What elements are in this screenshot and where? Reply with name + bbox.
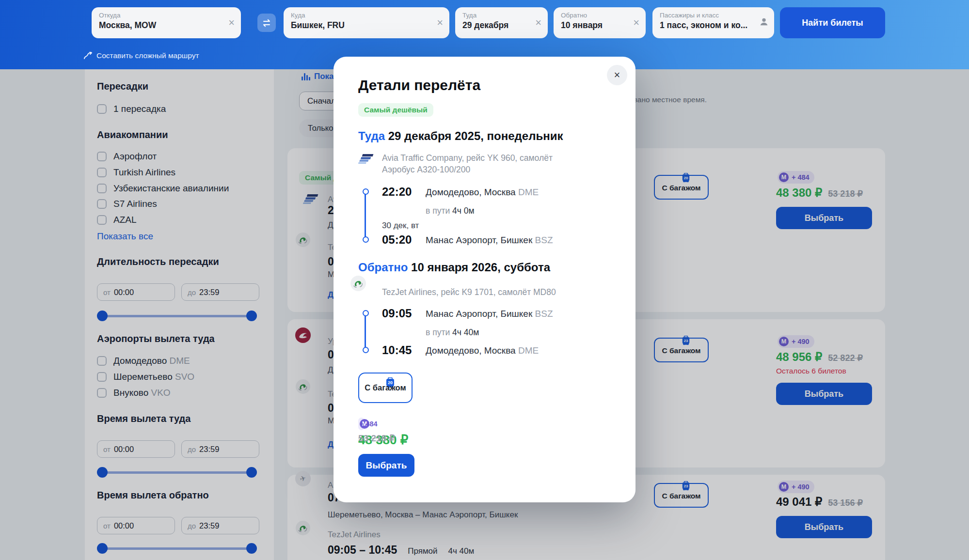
filter-option-airline[interactable]: AZAL — [97, 215, 137, 225]
avia-traffic-logo-icon — [358, 153, 375, 165]
airport-code: VKO — [151, 388, 171, 398]
filter-option-airline[interactable]: Turkish Airlines — [97, 167, 175, 178]
filter-option-airport[interactable]: Шереметьево SVO — [97, 372, 194, 382]
passengers-field[interactable]: Пассажиры и класс 1 пасс, эконом и ко... — [652, 7, 774, 38]
leg-duration: 4ч 40м — [448, 546, 475, 556]
field-value: 10 января — [561, 20, 626, 31]
complex-route-link[interactable]: Составить сложный маршрут — [83, 51, 199, 60]
clear-icon[interactable]: × — [437, 17, 443, 28]
slider-handle-min[interactable] — [97, 467, 108, 478]
leg-direct-label: Прямой — [408, 546, 437, 556]
clear-icon[interactable]: × — [633, 17, 639, 28]
slider-track[interactable] — [99, 315, 255, 317]
transfer-duration-from-input[interactable]: от 00:00 — [97, 283, 175, 301]
airport-code: BSZ — [535, 309, 553, 319]
price: 48 956 ₽ — [776, 350, 822, 364]
airport-code: DME — [169, 356, 190, 366]
destination-field[interactable]: Куда Бишкек, FRU × — [284, 7, 449, 38]
return-time-from-input[interactable]: от 00:00 — [97, 517, 175, 534]
svg-text:23: 23 — [683, 483, 688, 488]
cashback-amount: + 484 — [792, 173, 810, 181]
old-price: 52 822 ₽ — [828, 353, 863, 363]
checkbox-icon[interactable] — [97, 104, 107, 114]
svg-text:23: 23 — [683, 338, 688, 342]
filter-option-airline[interactable]: Узбекистанские авиалинии — [97, 183, 229, 194]
direction-date: 29 декабря 2025, понедельник — [388, 129, 563, 142]
price-row: 49 041 ₽ 53 156 ₽ — [776, 495, 863, 509]
filter-option-airport[interactable]: Домодедово DME — [97, 356, 190, 366]
select-button[interactable]: Выбрать — [776, 207, 872, 229]
return-date-field[interactable]: Обратно 10 января × — [554, 7, 646, 38]
transfer-duration-slider[interactable] — [97, 311, 257, 321]
cashback-badge: M + 490 — [778, 335, 814, 348]
select-button[interactable]: Выбрать — [358, 454, 414, 477]
checkbox-label: Шереметьево SVO — [113, 372, 194, 382]
flight-duration: в пути 4ч 40м — [426, 327, 479, 338]
return-time-to-input[interactable]: до 23:59 — [181, 517, 259, 534]
swap-directions-button[interactable] — [257, 14, 276, 32]
input-value: 23:59 — [199, 288, 219, 297]
filter-title-transfers: Пересадки — [97, 81, 148, 92]
departure-time-to-input[interactable]: до 23:59 — [181, 440, 259, 458]
checkbox-icon[interactable] — [97, 199, 107, 209]
filter-option-airline[interactable]: Аэрофлот — [97, 151, 157, 162]
departure-time-from-input[interactable]: от 00:00 — [97, 440, 175, 458]
field-label: Пассажиры и класс — [660, 12, 755, 19]
field-value: Москва, MOW — [99, 20, 222, 31]
close-button[interactable]: × — [607, 65, 627, 85]
slider-track[interactable] — [99, 471, 255, 474]
input-value: 00:00 — [114, 521, 134, 530]
slider-handle-min[interactable] — [97, 543, 108, 554]
baggage-badge[interactable]: 5 20 С багажом — [654, 175, 709, 200]
arrive-place: Домодедово, Москва DME — [426, 345, 539, 356]
input-prefix: до — [188, 288, 196, 296]
baggage-badge[interactable]: 7 23 С багажом — [654, 483, 709, 508]
leg-route: Шереметьево, Москва – Манас Аэропорт, Би… — [328, 510, 518, 520]
checkbox-label: S7 Airlines — [113, 199, 157, 209]
suitcase-icon: 23 — [682, 481, 690, 491]
inbound-airline: TezJet Airlines, рейс K9 1701, самолёт M… — [382, 286, 556, 298]
checkbox-icon[interactable] — [97, 184, 107, 193]
slider-handle-max[interactable] — [246, 543, 257, 554]
select-button[interactable]: Выбрать — [776, 383, 872, 405]
cashback-amount: + 490 — [792, 338, 810, 345]
slider-track[interactable] — [99, 547, 255, 550]
origin-field[interactable]: Откуда Москва, MOW × — [92, 7, 241, 38]
slider-handle-max[interactable] — [246, 311, 257, 321]
select-button[interactable]: Выбрать — [776, 516, 872, 538]
checkbox-icon[interactable] — [97, 152, 107, 161]
show-all-airlines-link[interactable]: Показать все — [97, 231, 153, 242]
clear-icon[interactable]: × — [228, 17, 235, 28]
leg-airline: TezJet Airlines — [328, 530, 381, 540]
depart-date-field[interactable]: Туда 29 декабря × — [455, 7, 548, 38]
checkbox-icon[interactable] — [97, 168, 107, 177]
departure-time-slider[interactable] — [97, 467, 257, 478]
checkbox-label: Turkish Airlines — [113, 167, 175, 178]
slider-handle-min[interactable] — [97, 311, 108, 321]
checkbox-icon[interactable] — [97, 372, 107, 382]
timeline-dot — [363, 310, 369, 316]
baggage-badge[interactable]: 7 23 С багажом — [654, 338, 709, 362]
checkbox-icon[interactable] — [97, 388, 107, 398]
slider-handle-max[interactable] — [246, 467, 257, 478]
checkbox-icon[interactable] — [97, 356, 107, 366]
return-time-slider[interactable] — [97, 543, 257, 554]
filter-option-airline[interactable]: S7 Airlines — [97, 199, 157, 209]
filter-title-airlines: Авиакомпании — [97, 129, 168, 140]
price-row: 48 380 ₽ 53 218 ₽ — [776, 186, 863, 200]
field-label: Туда — [462, 12, 528, 19]
search-tickets-button[interactable]: Найти билеты — [780, 7, 885, 38]
flight-duration: в пути 4ч 0м — [426, 206, 475, 216]
clear-icon[interactable]: × — [535, 17, 541, 28]
baggage-badge[interactable]: 5 20 С багажом — [358, 373, 413, 403]
transfer-duration-to-input[interactable]: до 23:59 — [181, 283, 259, 301]
price-row: 48 956 ₽ 52 822 ₽ — [776, 350, 863, 364]
checkbox-icon[interactable] — [97, 215, 107, 225]
input-value: 00:00 — [114, 445, 134, 454]
filter-title-transfer-duration: Длительность пересадки — [97, 256, 219, 267]
airport-code: BSZ — [535, 235, 553, 245]
filter-option-airport[interactable]: Внуково VKO — [97, 388, 171, 398]
filter-title-departure-airports: Аэропорты вылета туда — [97, 333, 215, 344]
timeline-dot — [363, 347, 369, 353]
filter-option-1-transfer[interactable]: 1 пересадка — [97, 104, 166, 114]
